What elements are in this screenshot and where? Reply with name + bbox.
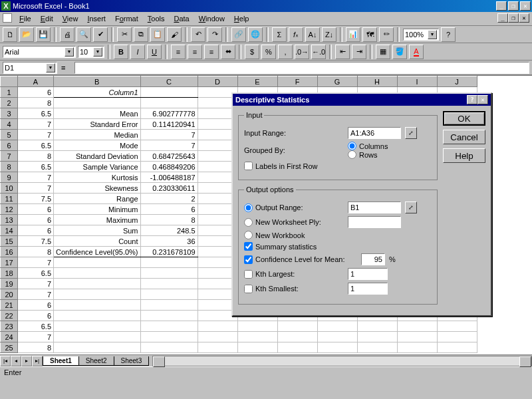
- doc-minimize-button[interactable]: _: [497, 13, 508, 23]
- format-painter-icon[interactable]: 🖌: [167, 27, 182, 42]
- save-icon[interactable]: 💾: [36, 27, 51, 42]
- row-header[interactable]: 8: [1, 162, 18, 172]
- doc-close-button[interactable]: ✕: [519, 13, 529, 23]
- menu-window[interactable]: Window: [194, 13, 229, 24]
- kth-smallest-checkbox[interactable]: [244, 285, 253, 293]
- decrease-indent-icon[interactable]: ⇤: [335, 45, 350, 59]
- last-sheet-button[interactable]: ▸|: [32, 356, 43, 366]
- cell[interactable]: Confidence Level(95.0%): [54, 247, 141, 257]
- collapse-dialog-icon[interactable]: ⤢: [405, 127, 417, 139]
- cell[interactable]: [140, 257, 198, 268]
- cell[interactable]: [357, 342, 397, 353]
- row-header[interactable]: 11: [1, 194, 18, 204]
- print-icon[interactable]: 🖨: [60, 27, 74, 42]
- cell[interactable]: [357, 332, 397, 342]
- cell[interactable]: [198, 332, 237, 342]
- row-header[interactable]: 17: [1, 257, 18, 268]
- font-size-combo[interactable]: 10 ▼: [78, 46, 104, 58]
- cell[interactable]: 6: [18, 311, 54, 321]
- collapse-dialog-icon[interactable]: ⤢: [405, 201, 417, 213]
- cell[interactable]: [277, 332, 317, 342]
- cut-icon[interactable]: ✂: [117, 27, 132, 42]
- cell[interactable]: [437, 321, 477, 332]
- dialog-close-icon[interactable]: ✕: [477, 95, 488, 104]
- new-icon[interactable]: 🗋: [3, 27, 17, 42]
- cell[interactable]: Mode: [54, 140, 141, 151]
- cell[interactable]: Standard Error: [54, 119, 141, 130]
- summary-stats-checkbox[interactable]: [244, 242, 253, 251]
- sheet-tab-1[interactable]: Sheet1: [43, 356, 79, 366]
- cell[interactable]: [54, 311, 141, 321]
- maximize-button[interactable]: ❐: [508, 1, 519, 11]
- align-right-icon[interactable]: ≡: [204, 45, 219, 59]
- chevron-down-icon[interactable]: ▼: [46, 63, 55, 72]
- row-header[interactable]: 13: [1, 215, 18, 225]
- cell[interactable]: [317, 342, 357, 353]
- cell[interactable]: 6: [18, 215, 54, 225]
- row-header[interactable]: 15: [1, 236, 18, 247]
- row-header[interactable]: 24: [1, 332, 18, 342]
- column-header-C[interactable]: C: [140, 76, 198, 87]
- sort-desc-icon[interactable]: Z↓: [322, 27, 336, 42]
- confidence-field[interactable]: [361, 253, 385, 265]
- cell[interactable]: [140, 342, 198, 353]
- column-header-E[interactable]: E: [237, 76, 277, 87]
- row-header[interactable]: 6: [1, 140, 18, 151]
- column-header-J[interactable]: J: [437, 76, 477, 87]
- cell[interactable]: Sample Variance: [54, 162, 141, 172]
- cell[interactable]: [140, 321, 198, 332]
- cell[interactable]: 7: [18, 279, 54, 289]
- cell[interactable]: [54, 268, 141, 279]
- menu-format[interactable]: Format: [110, 13, 143, 24]
- next-sheet-button[interactable]: ▸: [21, 356, 32, 366]
- cell[interactable]: Skewness: [54, 183, 141, 194]
- increase-indent-icon[interactable]: ⇥: [352, 45, 366, 59]
- column-header-G[interactable]: G: [317, 76, 357, 87]
- first-sheet-button[interactable]: |◂: [0, 356, 11, 366]
- name-box[interactable]: D1 ▼: [3, 62, 57, 74]
- function-icon[interactable]: fₓ: [289, 27, 303, 42]
- cell[interactable]: 6: [18, 204, 54, 215]
- web-toolbar-icon[interactable]: 🌐: [248, 27, 263, 42]
- align-left-icon[interactable]: ≡: [171, 45, 186, 59]
- row-header[interactable]: 18: [1, 268, 18, 279]
- cell[interactable]: [198, 321, 237, 332]
- cell[interactable]: 248.5: [140, 225, 198, 236]
- row-header[interactable]: 16: [1, 247, 18, 257]
- cell[interactable]: Kurtosis: [54, 172, 141, 183]
- underline-icon[interactable]: U: [147, 45, 162, 59]
- cell[interactable]: [357, 321, 397, 332]
- cell[interactable]: 2: [140, 194, 198, 204]
- font-combo[interactable]: Arial ▼: [3, 46, 76, 58]
- cell[interactable]: 7: [140, 130, 198, 140]
- new-worksheet-field[interactable]: [348, 216, 401, 228]
- cell[interactable]: 0.468849206: [140, 162, 198, 172]
- grouped-columns-radio[interactable]: [348, 142, 356, 150]
- cell[interactable]: [397, 342, 437, 353]
- cell[interactable]: Maximum: [54, 215, 141, 225]
- cell[interactable]: 7: [18, 172, 54, 183]
- cell[interactable]: 8: [18, 98, 54, 108]
- copy-icon[interactable]: ⧉: [134, 27, 148, 42]
- row-header[interactable]: 12: [1, 204, 18, 215]
- dialog-titlebar[interactable]: Descriptive Statistics ? ✕: [233, 94, 491, 106]
- decrease-decimal-icon[interactable]: ←.0: [311, 45, 326, 59]
- cell[interactable]: Mean: [54, 108, 141, 119]
- paste-icon[interactable]: 📋: [150, 27, 165, 42]
- ok-button[interactable]: OK: [443, 111, 485, 126]
- cell[interactable]: [317, 321, 357, 332]
- percent-icon[interactable]: %: [261, 45, 276, 59]
- comma-icon[interactable]: ,: [278, 45, 293, 59]
- zoom-combo[interactable]: 100% ▼: [403, 29, 439, 41]
- sheet-tab-3[interactable]: Sheet3: [114, 356, 150, 366]
- cell[interactable]: 0.114120941: [140, 119, 198, 130]
- row-header[interactable]: 5: [1, 130, 18, 140]
- cell[interactable]: [54, 279, 141, 289]
- minimize-button[interactable]: _: [496, 1, 507, 11]
- kth-largest-field[interactable]: [348, 268, 388, 280]
- cell[interactable]: [277, 342, 317, 353]
- help-button[interactable]: Help: [443, 148, 485, 163]
- dialog-help-icon[interactable]: ?: [467, 95, 477, 104]
- bold-icon[interactable]: B: [114, 45, 128, 59]
- grouped-rows-radio[interactable]: [348, 150, 356, 159]
